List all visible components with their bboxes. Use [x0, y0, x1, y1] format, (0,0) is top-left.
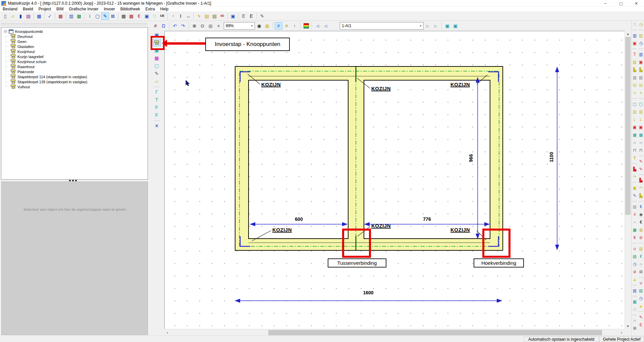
calendar-next-button[interactable]: ⊞ [638, 269, 644, 275]
clamp-calendar-button[interactable]: ⊓ [632, 147, 638, 153]
clock-button[interactable]: ◷ [638, 40, 644, 46]
menu-beeld[interactable]: Beeld [20, 7, 36, 11]
shapes-overlap-button[interactable]: ▨ [638, 246, 644, 251]
tree-item-vulhout[interactable]: Vulhout [1, 84, 148, 89]
menu-project[interactable]: Project [36, 7, 54, 11]
horizontal-scrollbar[interactable]: ‹ › [164, 329, 625, 336]
signature-button[interactable]: ✎ [258, 12, 266, 20]
tree-item-deurhout[interactable]: Deurhout [1, 34, 148, 39]
euro-strike-button[interactable]: € [632, 235, 638, 240]
clamp-calendar-button[interactable]: ⊓ [638, 147, 644, 153]
calculation-button[interactable]: ▦ [127, 12, 135, 20]
doc-e1-button[interactable]: E [240, 12, 248, 20]
stapelverbinding-button[interactable]: F [153, 111, 161, 119]
window-pencil-red2-button[interactable]: ✎ [638, 166, 644, 172]
tree-item-stapeldorpel-139-stapeldorpel-in-vastglas[interactable]: Stapeldorpel 139 (stapeldorpel in vastgl… [1, 79, 148, 84]
bulb-question-button[interactable]: ◍ [638, 227, 644, 233]
t-verbinding-button[interactable]: T [153, 96, 161, 103]
frame-filled-button[interactable]: ▣ [632, 124, 638, 130]
maximize-button[interactable]: ▢ [613, 0, 629, 7]
clock-up-button[interactable]: ◷ [632, 261, 638, 267]
frame-l-button[interactable]: L [638, 116, 644, 122]
shape-rotate-button[interactable]: ↷ [632, 174, 638, 180]
close-window-button[interactable]: ⊠ [109, 12, 117, 20]
panel-grip[interactable] [1, 23, 148, 26]
view-3d-button[interactable]: 3D [218, 12, 226, 20]
euro-updown-button[interactable]: € [638, 204, 644, 209]
redo-button[interactable]: ↷ [179, 22, 187, 30]
undo-button[interactable]: ↶ [171, 22, 179, 30]
tree-item-geen[interactable]: Geen [1, 39, 148, 44]
previous-merk-button[interactable]: ◀ [314, 22, 321, 30]
document-gen-button[interactable]: ▤ [203, 12, 211, 20]
profile-shoe-button[interactable]: ▙ [638, 67, 644, 72]
menu-bibliotheek[interactable]: Bibliotheek [118, 7, 143, 11]
ce-mark-button[interactable]: CE [158, 12, 166, 20]
frame-open-button[interactable]: ▢ [632, 101, 638, 107]
scroll-up-icon[interactable]: ▲ [625, 31, 631, 37]
table-fill-button[interactable]: ▤ [638, 288, 644, 293]
tree-item-kozijnhout[interactable]: Kozijnhout [1, 49, 148, 54]
window-pencil-red-button[interactable]: ✎ [638, 158, 644, 164]
clock-key-button[interactable]: ◷ [638, 21, 644, 27]
grid-red-button[interactable]: # [632, 211, 638, 217]
snap-point-button[interactable]: Ω [160, 22, 167, 30]
vertical-scrollbar[interactable]: ▲ ▼ [625, 31, 631, 329]
profiles-pair-button[interactable]: ▥ [632, 33, 638, 38]
save-button[interactable]: ▮ [17, 12, 24, 20]
profile-double-u-button[interactable]: Ш [632, 82, 638, 88]
overview-window-button[interactable]: ▢ [94, 12, 101, 20]
menu-invoer[interactable]: Invoer [101, 7, 118, 11]
previous-button[interactable]: ◀ [322, 22, 329, 30]
profile-shoe-button[interactable]: ▙ [632, 67, 638, 72]
clamp-next-button[interactable]: ∩ [638, 261, 644, 267]
frame-columns-button[interactable]: ▥ [632, 109, 638, 114]
document-lock-button[interactable]: ▤ [211, 12, 218, 20]
brace-red-button[interactable]: ∪ [632, 246, 638, 251]
profile-paste-button[interactable]: ▣ [638, 59, 644, 65]
profile-stack-button[interactable]: ≡ [638, 90, 644, 96]
circle-a-button[interactable]: ◉ [638, 211, 644, 217]
forbidden-button[interactable]: ⊘ [632, 269, 638, 275]
window-cyan-button[interactable]: ▦ [632, 299, 638, 304]
table-multi-button[interactable]: ▦ [632, 227, 638, 233]
next-merk-button[interactable]: ▶ [432, 22, 440, 30]
hoekverbinding-button[interactable]: Γ [153, 88, 161, 96]
zoom-window-button[interactable]: + [215, 22, 222, 30]
statistics-button[interactable]: ◔ [169, 12, 177, 20]
menu-grafische-invoer[interactable]: Grafische Invoer [66, 7, 101, 11]
tree-item-kozijn-laagrelief[interactable]: Kozijn laagrelief [1, 54, 148, 59]
zoom-in-out-button[interactable]: ⊕ [191, 22, 198, 30]
table-fill-button[interactable]: ▤ [632, 253, 638, 259]
shoe-red-button[interactable]: ▙ [638, 177, 644, 183]
open-button[interactable]: ▱ [9, 12, 17, 20]
shape-rotate-button[interactable]: ↷ [638, 185, 644, 191]
check-control-button[interactable]: ✓ [46, 12, 54, 20]
invoer-label-button[interactable]: ▱ [153, 78, 161, 85]
graphical-input-button[interactable]: ✎ [101, 12, 109, 20]
window-small-button[interactable]: ▫ [632, 219, 638, 225]
e-red-button[interactable]: E [638, 322, 644, 328]
copy-merk-button[interactable]: ▣ [143, 12, 151, 20]
tree-item-plakroede[interactable]: Plakroede [1, 69, 148, 74]
fill-hatch-button[interactable]: ▨ [638, 33, 644, 38]
kruisverbinding-button[interactable]: F [153, 104, 161, 111]
menu-extra[interactable]: Extra [143, 7, 158, 11]
clamp-button[interactable]: ∩ [638, 140, 644, 145]
frame-columns-button[interactable]: ▥ [638, 109, 644, 114]
tree-item-raamhout[interactable]: Raamhout [1, 64, 148, 69]
save-all-button[interactable]: ▦ [35, 12, 43, 20]
forbidden-button[interactable]: ⊘ [638, 235, 644, 240]
close-button[interactable]: ✕ [629, 0, 644, 7]
window-pencil-button[interactable]: ✎ [632, 193, 638, 198]
clamp-next-button[interactable]: ∩ [632, 317, 638, 323]
merken-colors-button[interactable]: ▦ [75, 12, 83, 20]
clamp-button[interactable]: ∩ [632, 140, 638, 145]
tree-item-knooppuntcombi[interactable]: Knooppuntcombi [1, 29, 148, 34]
scroll-left-icon[interactable]: ‹ [164, 329, 170, 336]
project-data-button[interactable]: ▦ [57, 12, 64, 20]
profile-hatch-button[interactable]: ▨ [638, 75, 644, 80]
lamp-button[interactable]: ◍ [263, 22, 271, 30]
grid-dots-button[interactable]: ∷ [632, 306, 638, 312]
parts-grid-button[interactable]: ∷ [151, 12, 158, 20]
